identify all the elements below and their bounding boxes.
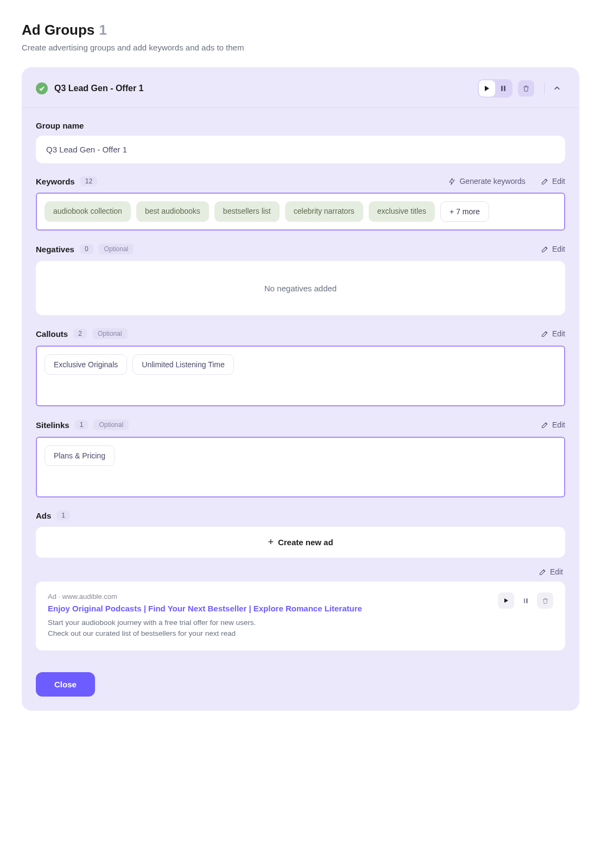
ads-count: 1 [56,510,70,520]
callouts-edit-button[interactable]: Edit [541,329,565,338]
run-state-toggle[interactable] [478,79,513,98]
edit-icon [541,245,549,253]
create-ad-button[interactable]: + Create new ad [36,527,565,558]
keyword-more-button[interactable]: + 7 more [440,201,489,222]
play-icon [485,86,489,91]
group-name-label: Group name [36,121,565,130]
pause-icon [501,86,505,91]
ad-delete-button[interactable] [537,592,553,609]
optional-badge: Optional [93,419,129,430]
keywords-count: 12 [80,176,97,186]
divider [544,82,545,94]
callouts-box[interactable]: Exclusive Originals Unlimited Listening … [36,346,565,406]
negatives-count: 0 [80,244,93,254]
keyword-chip[interactable]: best audiobooks [136,201,209,222]
trash-icon [542,597,549,604]
ad-play-button[interactable] [498,592,514,609]
sitelinks-label: Sitelinks [36,420,69,430]
keywords-box[interactable]: audiobook collection best audiobooks bes… [36,193,565,231]
negatives-edit-button[interactable]: Edit [541,245,565,253]
play-button[interactable] [479,80,495,97]
group-name-input[interactable] [36,136,565,163]
pause-icon [524,598,528,603]
callout-chip[interactable]: Exclusive Originals [45,354,127,375]
ad-edit-button[interactable]: Edit [539,567,563,576]
ad-pause-button[interactable] [517,592,534,609]
sitelinks-box[interactable]: Plans & Pricing [36,437,565,497]
plus-icon: + [268,537,274,548]
trash-icon [522,85,530,92]
callouts-label: Callouts [36,329,68,339]
delete-button[interactable] [518,80,534,97]
keyword-chip[interactable]: exclusive titles [369,201,435,222]
ads-label: Ads [36,511,51,520]
collapse-button[interactable] [549,80,565,97]
keywords-edit-button[interactable]: Edit [541,177,565,186]
ad-body: Start your audiobook journey with a free… [48,617,489,640]
edit-icon [539,568,547,576]
ad-meta: Ad · www.audible.com [48,592,489,601]
ad-headline[interactable]: Enjoy Original Podcasts | Find Your Next… [48,604,489,613]
keyword-chip[interactable]: celebrity narrators [285,201,363,222]
optional-badge: Optional [99,244,134,254]
callouts-count: 2 [73,329,87,339]
edit-icon [541,330,549,338]
sitelinks-edit-button[interactable]: Edit [541,420,565,429]
page-subtitle: Create advertising groups and add keywor… [22,43,579,52]
lightning-icon [448,177,456,186]
negatives-label: Negatives [36,245,74,254]
page-count: 1 [99,22,106,39]
generate-keywords-button[interactable]: Generate keywords [448,177,525,186]
keyword-chip[interactable]: bestsellers list [214,201,280,222]
group-name-display: Q3 Lead Gen - Offer 1 [54,84,478,93]
optional-badge: Optional [92,328,128,339]
keywords-label: Keywords [36,177,75,186]
sitelink-chip[interactable]: Plans & Pricing [45,445,115,466]
ad-card: Ad · www.audible.com Enjoy Original Podc… [36,582,565,650]
play-icon [504,598,508,603]
keyword-chip[interactable]: audiobook collection [45,201,131,222]
status-ok-icon [36,82,48,94]
edit-icon [541,177,549,186]
ad-group-panel: Q3 Lead Gen - Offer 1 Group name Keyword… [22,67,579,711]
edit-icon [541,421,549,429]
sitelinks-count: 1 [75,420,88,430]
chevron-up-icon [553,85,561,92]
negatives-empty[interactable]: No negatives added [36,261,565,315]
pause-button[interactable] [495,80,511,97]
page-title: Ad Groups [22,22,94,39]
close-button[interactable]: Close [36,672,95,697]
callout-chip[interactable]: Unlimited Listening Time [132,354,234,375]
